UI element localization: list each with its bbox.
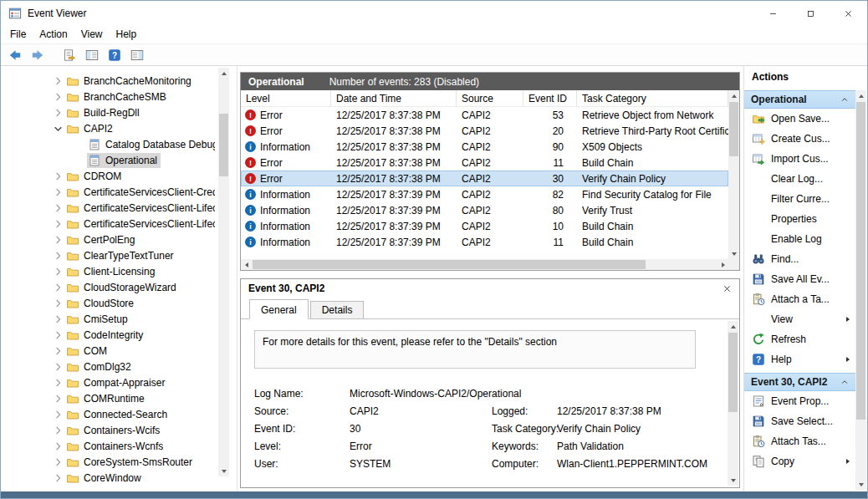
chevron-right-icon[interactable] xyxy=(51,440,65,453)
chevron-right-icon[interactable] xyxy=(51,376,65,390)
action-import-cus[interactable]: Import Cus... xyxy=(744,149,855,169)
tree-item-compat-appraiser[interactable]: Compat-Appraiser xyxy=(1,374,215,390)
tree-item-containers-wcifs[interactable]: Containers-Wcifs xyxy=(1,422,215,438)
chevron-down-icon[interactable] xyxy=(51,122,65,135)
event-row[interactable]: iInformation12/25/2017 8:37:39 PMCAPI211… xyxy=(241,234,728,250)
chevron-right-icon[interactable] xyxy=(51,90,65,104)
scroll-down-button[interactable] xyxy=(728,248,739,259)
toolbar-forward-arrow-button[interactable] xyxy=(28,46,48,64)
action-section-operational[interactable]: Operational xyxy=(744,90,855,109)
toolbar-console-tree-toggle-button[interactable] xyxy=(82,46,102,64)
scrollbar-thumb[interactable] xyxy=(729,102,738,156)
tree-item-corewindow[interactable]: CoreWindow xyxy=(1,470,215,486)
tree-item-client-licensing[interactable]: Client-Licensing xyxy=(1,263,215,279)
chevron-right-icon[interactable] xyxy=(51,408,65,421)
scroll-down-button[interactable] xyxy=(855,479,866,490)
scroll-up-button[interactable] xyxy=(218,68,229,79)
tree-item-certificateservicesclient-cred[interactable]: CertificateServicesClient-Cred xyxy=(1,184,215,200)
scrollbar-thumb[interactable] xyxy=(856,102,865,420)
column-header-event-id[interactable]: Event ID xyxy=(523,90,577,106)
scrollbar-thumb[interactable] xyxy=(728,333,738,412)
action-view[interactable]: View xyxy=(744,309,855,329)
collapse-icon[interactable] xyxy=(840,95,849,104)
tree-item-cmisetup[interactable]: CmiSetup xyxy=(1,311,215,327)
chevron-right-icon[interactable] xyxy=(51,217,65,231)
action-properties[interactable]: Properties xyxy=(744,209,855,229)
tree-item-coresystem-smsrouter[interactable]: CoreSystem-SmsRouter xyxy=(1,454,215,470)
tree-item-comdlg32[interactable]: ComDlg32 xyxy=(1,359,215,374)
chevron-right-icon[interactable] xyxy=(51,74,65,88)
chevron-right-icon[interactable] xyxy=(51,281,65,294)
action-enable-log[interactable]: Enable Log xyxy=(744,229,855,249)
toolbar-action-pane-toggle-button[interactable] xyxy=(127,46,147,64)
actions-scrollbar[interactable] xyxy=(855,90,866,490)
action-save-all-ev[interactable]: Save All Ev... xyxy=(744,269,855,289)
list-vertical-scrollbar[interactable] xyxy=(728,90,739,259)
chevron-right-icon[interactable] xyxy=(51,456,65,469)
tree-item-comruntime[interactable]: COMRuntime xyxy=(1,390,215,406)
event-row[interactable]: !Error12/25/2017 8:37:38 PMCAPI211Build … xyxy=(241,155,728,171)
scroll-up-button[interactable] xyxy=(855,90,866,101)
tree-item-capi2[interactable]: CAPI2 xyxy=(1,120,215,136)
collapse-icon[interactable] xyxy=(840,378,849,386)
tree-item-certpoleng[interactable]: CertPolEng xyxy=(1,232,215,247)
menu-view[interactable]: View xyxy=(74,26,110,43)
tree-item-cloudstore[interactable]: CloudStore xyxy=(1,295,215,311)
tree-item-branchcachesmb[interactable]: BranchCacheSMB xyxy=(1,89,215,104)
tree-item-operational[interactable]: Operational xyxy=(1,152,215,168)
tab-details[interactable]: Details xyxy=(310,301,365,318)
event-row[interactable]: iInformation12/25/2017 8:37:38 PMCAPI290… xyxy=(241,139,728,155)
scroll-up-button[interactable] xyxy=(728,321,738,332)
scroll-down-button[interactable] xyxy=(218,466,229,476)
column-header-level[interactable]: Level xyxy=(241,90,331,106)
chevron-right-icon[interactable] xyxy=(51,297,65,310)
chevron-right-icon[interactable] xyxy=(51,106,65,120)
action-save-select[interactable]: Save Select... xyxy=(744,411,855,431)
action-create-cus[interactable]: Create Cus... xyxy=(744,129,855,149)
close-icon[interactable] xyxy=(722,284,732,293)
column-header-source[interactable]: Source xyxy=(457,90,523,106)
tree-item-cloudstoragewizard[interactable]: CloudStorageWizard xyxy=(1,279,215,295)
tree-item-connected-search[interactable]: Connected-Search xyxy=(1,406,215,422)
chevron-right-icon[interactable] xyxy=(51,186,65,199)
chevron-right-icon[interactable] xyxy=(51,201,65,215)
event-row[interactable]: !Error12/25/2017 8:37:38 PMCAPI220Retrie… xyxy=(241,123,728,139)
menu-file[interactable]: File xyxy=(3,26,33,43)
action-section-event-30-capi2[interactable]: Event 30, CAPI2 xyxy=(744,373,855,391)
action-open-save[interactable]: Open Save... xyxy=(744,109,855,129)
chevron-right-icon[interactable] xyxy=(51,265,65,278)
tree-item-branchcachemonitoring[interactable]: BranchCacheMonitoring xyxy=(1,73,215,89)
title-bar[interactable]: Event Viewer xyxy=(1,1,867,26)
preview-scrollbar[interactable] xyxy=(728,321,738,486)
chevron-right-icon[interactable] xyxy=(51,249,65,262)
tree-item-cleartypetexttuner[interactable]: ClearTypeTextTuner xyxy=(1,247,215,263)
event-description[interactable]: For more details for this event, please … xyxy=(254,330,696,369)
chevron-right-icon[interactable] xyxy=(51,360,65,374)
tree-item-certificateservicesclient-lifec[interactable]: CertificateServicesClient-Lifec xyxy=(1,216,215,232)
scroll-up-button[interactable] xyxy=(728,90,739,101)
chevron-right-icon[interactable] xyxy=(51,471,65,485)
menu-action[interactable]: Action xyxy=(33,26,74,43)
scrollbar-thumb[interactable] xyxy=(253,260,646,269)
chevron-right-icon[interactable] xyxy=(51,392,65,405)
chevron-right-icon[interactable] xyxy=(51,424,65,437)
action-help[interactable]: ?Help xyxy=(744,349,855,369)
tab-general[interactable]: General xyxy=(249,299,309,319)
event-row[interactable]: !Error12/25/2017 8:37:38 PMCAPI253Retrie… xyxy=(241,107,728,123)
event-row[interactable]: iInformation12/25/2017 8:37:39 PMCAPI282… xyxy=(241,186,728,202)
action-filter-curre[interactable]: Filter Curre... xyxy=(744,189,855,209)
scroll-left-button[interactable] xyxy=(241,259,252,270)
minimize-button[interactable] xyxy=(754,1,792,26)
scroll-right-button[interactable] xyxy=(717,259,728,270)
toolbar-export-list-button[interactable] xyxy=(59,46,79,64)
tree-item-build-regdll[interactable]: Build-RegDll xyxy=(1,104,215,120)
action-copy[interactable]: Copy xyxy=(744,451,855,471)
event-row[interactable]: iInformation12/25/2017 8:37:39 PMCAPI280… xyxy=(241,202,728,218)
column-header-task-category[interactable]: Task Category xyxy=(577,90,728,106)
tree-item-containers-wcnfs[interactable]: Containers-Wcnfs xyxy=(1,438,215,454)
action-event-prop[interactable]: Event Prop... xyxy=(744,391,855,411)
action-clear-log[interactable]: Clear Log... xyxy=(744,169,855,189)
tree-item-com[interactable]: COM xyxy=(1,343,215,359)
action-find[interactable]: Find... xyxy=(744,249,855,269)
tree-item-codeintegrity[interactable]: CodeIntegrity xyxy=(1,327,215,343)
